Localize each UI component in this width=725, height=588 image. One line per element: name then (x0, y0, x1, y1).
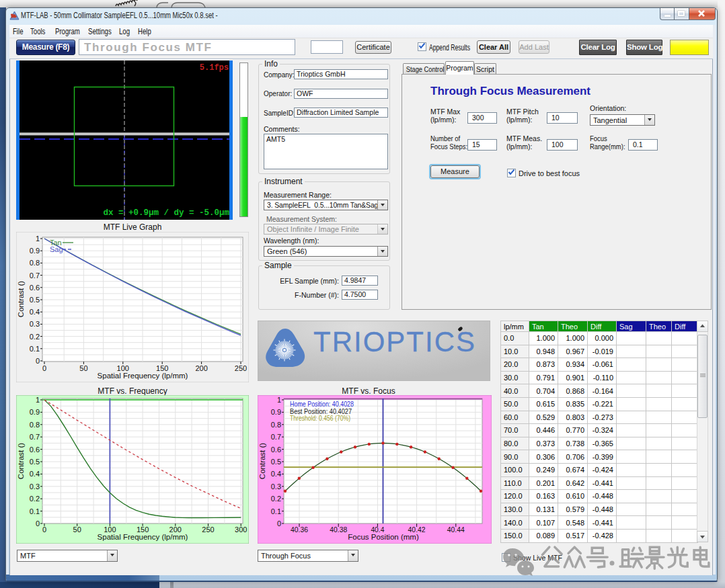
svg-text:0.8: 0.8 (30, 259, 40, 267)
svg-text:0.1: 0.1 (271, 507, 281, 515)
svg-text:1: 1 (36, 396, 40, 404)
svg-text:Contrast (): Contrast () (17, 443, 25, 479)
svg-text:0.5: 0.5 (30, 296, 40, 304)
svg-text:0.3: 0.3 (271, 482, 281, 491)
svg-text:Threshold: 0.456 (70%): Threshold: 0.456 (70%) (290, 414, 350, 422)
svg-text:0: 0 (42, 526, 46, 534)
svg-text:0.8: 0.8 (30, 421, 40, 429)
svg-text:0.2: 0.2 (271, 495, 281, 503)
svg-text:0: 0 (36, 519, 40, 528)
svg-text:0.4: 0.4 (30, 308, 40, 316)
svg-text:0.3: 0.3 (30, 320, 40, 328)
svg-text:0.3: 0.3 (30, 482, 40, 491)
svg-text:0.5: 0.5 (30, 458, 40, 466)
svg-text:0.6: 0.6 (271, 446, 281, 454)
svg-text:0.7: 0.7 (30, 433, 40, 441)
svg-text:0.1: 0.1 (30, 507, 40, 515)
svg-text:0: 0 (42, 364, 46, 372)
svg-text:1: 1 (36, 235, 40, 243)
svg-text:50: 50 (73, 526, 81, 534)
svg-text:250: 250 (202, 526, 214, 534)
svg-text:0.5: 0.5 (271, 458, 281, 466)
svg-text:0.6: 0.6 (30, 446, 40, 454)
svg-text:0: 0 (277, 519, 281, 528)
svg-text:250: 250 (235, 364, 247, 372)
svg-text:1: 1 (277, 396, 281, 404)
svg-text:Focus Position (mm): Focus Position (mm) (348, 533, 419, 541)
svg-text:0.6: 0.6 (30, 284, 40, 292)
svg-text:0.2: 0.2 (30, 495, 40, 503)
svg-text:0.7: 0.7 (30, 271, 40, 280)
svg-text:dx = +0.9µm / dy = -5.0µm: dx = +0.9µm / dy = -5.0µm (103, 208, 229, 218)
svg-text:Spatial Frequency (lp/mm): Spatial Frequency (lp/mm) (98, 533, 188, 541)
svg-text:200: 200 (195, 364, 207, 372)
svg-text:0.4: 0.4 (30, 470, 40, 478)
svg-text:0.8: 0.8 (271, 421, 281, 429)
svg-text:5.1fps: 5.1fps (200, 63, 229, 73)
svg-text:Sag: Sag (50, 245, 63, 253)
svg-text:0.9: 0.9 (271, 408, 281, 416)
svg-text:50: 50 (79, 364, 87, 372)
svg-text:0.1: 0.1 (30, 345, 40, 353)
svg-text:Contrast (): Contrast () (258, 443, 266, 479)
svg-text:0.9: 0.9 (30, 408, 40, 416)
svg-text:0.7: 0.7 (271, 433, 281, 441)
svg-text:0: 0 (36, 357, 40, 365)
svg-text:Contrast (): Contrast () (17, 281, 25, 317)
svg-text:Spatial Frequency (lp/mm): Spatial Frequency (lp/mm) (98, 372, 188, 380)
svg-text:300: 300 (235, 526, 247, 534)
svg-text:0.4: 0.4 (271, 470, 281, 478)
svg-text:0.2: 0.2 (30, 333, 40, 341)
svg-text:0.9: 0.9 (30, 247, 40, 255)
